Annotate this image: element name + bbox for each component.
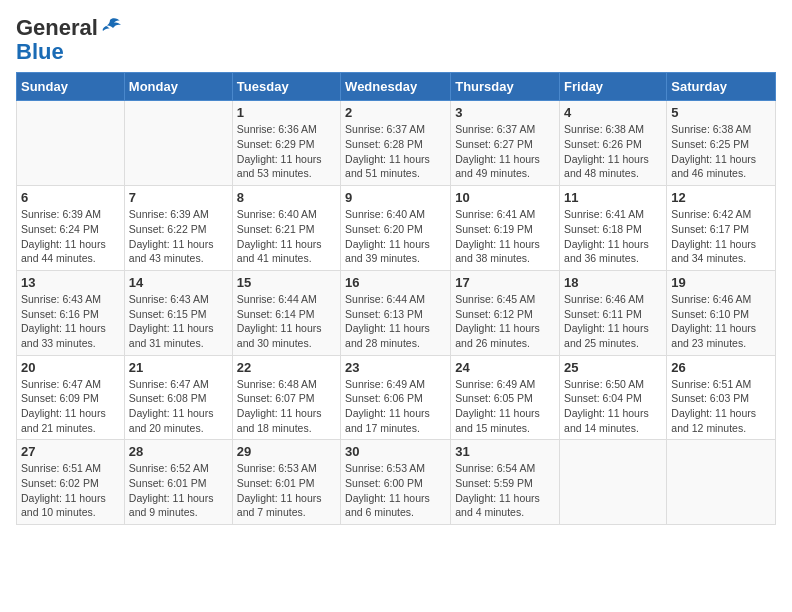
day-detail: Sunrise: 6:39 AMSunset: 6:22 PMDaylight:…	[129, 207, 228, 266]
day-detail: Sunrise: 6:51 AMSunset: 6:02 PMDaylight:…	[21, 461, 120, 520]
day-number: 14	[129, 275, 228, 290]
day-number: 23	[345, 360, 446, 375]
day-detail: Sunrise: 6:39 AMSunset: 6:24 PMDaylight:…	[21, 207, 120, 266]
day-detail: Sunrise: 6:47 AMSunset: 6:09 PMDaylight:…	[21, 377, 120, 436]
day-number: 31	[455, 444, 555, 459]
day-detail: Sunrise: 6:46 AMSunset: 6:11 PMDaylight:…	[564, 292, 662, 351]
weekday-header-saturday: Saturday	[667, 73, 776, 101]
calendar-day-cell: 19Sunrise: 6:46 AMSunset: 6:10 PMDayligh…	[667, 270, 776, 355]
day-detail: Sunrise: 6:47 AMSunset: 6:08 PMDaylight:…	[129, 377, 228, 436]
day-detail: Sunrise: 6:42 AMSunset: 6:17 PMDaylight:…	[671, 207, 771, 266]
calendar-day-cell: 22Sunrise: 6:48 AMSunset: 6:07 PMDayligh…	[232, 355, 340, 440]
day-detail: Sunrise: 6:41 AMSunset: 6:19 PMDaylight:…	[455, 207, 555, 266]
calendar-day-cell: 14Sunrise: 6:43 AMSunset: 6:15 PMDayligh…	[124, 270, 232, 355]
day-number: 16	[345, 275, 446, 290]
page-header: General Blue	[16, 16, 776, 64]
day-number: 13	[21, 275, 120, 290]
day-number: 27	[21, 444, 120, 459]
day-number: 19	[671, 275, 771, 290]
day-detail: Sunrise: 6:43 AMSunset: 6:15 PMDaylight:…	[129, 292, 228, 351]
day-number: 24	[455, 360, 555, 375]
day-number: 29	[237, 444, 336, 459]
day-detail: Sunrise: 6:43 AMSunset: 6:16 PMDaylight:…	[21, 292, 120, 351]
calendar-day-cell: 23Sunrise: 6:49 AMSunset: 6:06 PMDayligh…	[341, 355, 451, 440]
day-detail: Sunrise: 6:38 AMSunset: 6:25 PMDaylight:…	[671, 122, 771, 181]
day-detail: Sunrise: 6:53 AMSunset: 6:00 PMDaylight:…	[345, 461, 446, 520]
day-number: 21	[129, 360, 228, 375]
day-number: 5	[671, 105, 771, 120]
calendar-day-cell: 12Sunrise: 6:42 AMSunset: 6:17 PMDayligh…	[667, 186, 776, 271]
weekday-header-row: SundayMondayTuesdayWednesdayThursdayFrid…	[17, 73, 776, 101]
calendar-week-row: 27Sunrise: 6:51 AMSunset: 6:02 PMDayligh…	[17, 440, 776, 525]
calendar-day-cell	[667, 440, 776, 525]
day-detail: Sunrise: 6:40 AMSunset: 6:20 PMDaylight:…	[345, 207, 446, 266]
day-detail: Sunrise: 6:36 AMSunset: 6:29 PMDaylight:…	[237, 122, 336, 181]
day-detail: Sunrise: 6:37 AMSunset: 6:28 PMDaylight:…	[345, 122, 446, 181]
calendar-day-cell	[17, 101, 125, 186]
day-number: 26	[671, 360, 771, 375]
calendar-day-cell: 28Sunrise: 6:52 AMSunset: 6:01 PMDayligh…	[124, 440, 232, 525]
day-detail: Sunrise: 6:40 AMSunset: 6:21 PMDaylight:…	[237, 207, 336, 266]
weekday-header-wednesday: Wednesday	[341, 73, 451, 101]
calendar-day-cell: 3Sunrise: 6:37 AMSunset: 6:27 PMDaylight…	[451, 101, 560, 186]
weekday-header-tuesday: Tuesday	[232, 73, 340, 101]
calendar-day-cell: 10Sunrise: 6:41 AMSunset: 6:19 PMDayligh…	[451, 186, 560, 271]
calendar-week-row: 6Sunrise: 6:39 AMSunset: 6:24 PMDaylight…	[17, 186, 776, 271]
day-detail: Sunrise: 6:49 AMSunset: 6:05 PMDaylight:…	[455, 377, 555, 436]
calendar-day-cell: 27Sunrise: 6:51 AMSunset: 6:02 PMDayligh…	[17, 440, 125, 525]
day-number: 9	[345, 190, 446, 205]
day-detail: Sunrise: 6:44 AMSunset: 6:14 PMDaylight:…	[237, 292, 336, 351]
calendar-day-cell: 26Sunrise: 6:51 AMSunset: 6:03 PMDayligh…	[667, 355, 776, 440]
day-number: 22	[237, 360, 336, 375]
calendar-day-cell: 8Sunrise: 6:40 AMSunset: 6:21 PMDaylight…	[232, 186, 340, 271]
day-number: 4	[564, 105, 662, 120]
calendar-day-cell: 30Sunrise: 6:53 AMSunset: 6:00 PMDayligh…	[341, 440, 451, 525]
weekday-header-friday: Friday	[560, 73, 667, 101]
day-detail: Sunrise: 6:41 AMSunset: 6:18 PMDaylight:…	[564, 207, 662, 266]
calendar-day-cell	[560, 440, 667, 525]
weekday-header-sunday: Sunday	[17, 73, 125, 101]
calendar-day-cell: 11Sunrise: 6:41 AMSunset: 6:18 PMDayligh…	[560, 186, 667, 271]
weekday-header-monday: Monday	[124, 73, 232, 101]
day-number: 17	[455, 275, 555, 290]
day-number: 2	[345, 105, 446, 120]
day-detail: Sunrise: 6:54 AMSunset: 5:59 PMDaylight:…	[455, 461, 555, 520]
calendar-week-row: 20Sunrise: 6:47 AMSunset: 6:09 PMDayligh…	[17, 355, 776, 440]
calendar-day-cell	[124, 101, 232, 186]
calendar-day-cell: 18Sunrise: 6:46 AMSunset: 6:11 PMDayligh…	[560, 270, 667, 355]
day-number: 18	[564, 275, 662, 290]
calendar-day-cell: 16Sunrise: 6:44 AMSunset: 6:13 PMDayligh…	[341, 270, 451, 355]
day-number: 1	[237, 105, 336, 120]
day-number: 6	[21, 190, 120, 205]
logo-bird-icon	[100, 17, 122, 37]
day-number: 11	[564, 190, 662, 205]
calendar-day-cell: 6Sunrise: 6:39 AMSunset: 6:24 PMDaylight…	[17, 186, 125, 271]
day-number: 30	[345, 444, 446, 459]
calendar-day-cell: 25Sunrise: 6:50 AMSunset: 6:04 PMDayligh…	[560, 355, 667, 440]
day-detail: Sunrise: 6:45 AMSunset: 6:12 PMDaylight:…	[455, 292, 555, 351]
day-number: 20	[21, 360, 120, 375]
day-number: 15	[237, 275, 336, 290]
day-detail: Sunrise: 6:46 AMSunset: 6:10 PMDaylight:…	[671, 292, 771, 351]
calendar-day-cell: 24Sunrise: 6:49 AMSunset: 6:05 PMDayligh…	[451, 355, 560, 440]
calendar-day-cell: 1Sunrise: 6:36 AMSunset: 6:29 PMDaylight…	[232, 101, 340, 186]
calendar-day-cell: 2Sunrise: 6:37 AMSunset: 6:28 PMDaylight…	[341, 101, 451, 186]
calendar-week-row: 13Sunrise: 6:43 AMSunset: 6:16 PMDayligh…	[17, 270, 776, 355]
day-detail: Sunrise: 6:52 AMSunset: 6:01 PMDaylight:…	[129, 461, 228, 520]
weekday-header-thursday: Thursday	[451, 73, 560, 101]
day-detail: Sunrise: 6:37 AMSunset: 6:27 PMDaylight:…	[455, 122, 555, 181]
day-detail: Sunrise: 6:44 AMSunset: 6:13 PMDaylight:…	[345, 292, 446, 351]
day-detail: Sunrise: 6:51 AMSunset: 6:03 PMDaylight:…	[671, 377, 771, 436]
calendar-day-cell: 4Sunrise: 6:38 AMSunset: 6:26 PMDaylight…	[560, 101, 667, 186]
calendar-day-cell: 5Sunrise: 6:38 AMSunset: 6:25 PMDaylight…	[667, 101, 776, 186]
calendar-day-cell: 21Sunrise: 6:47 AMSunset: 6:08 PMDayligh…	[124, 355, 232, 440]
day-number: 8	[237, 190, 336, 205]
day-number: 10	[455, 190, 555, 205]
logo-blue-label: Blue	[16, 40, 64, 64]
logo: General Blue	[16, 16, 122, 64]
day-number: 7	[129, 190, 228, 205]
calendar-day-cell: 9Sunrise: 6:40 AMSunset: 6:20 PMDaylight…	[341, 186, 451, 271]
day-detail: Sunrise: 6:48 AMSunset: 6:07 PMDaylight:…	[237, 377, 336, 436]
calendar-day-cell: 7Sunrise: 6:39 AMSunset: 6:22 PMDaylight…	[124, 186, 232, 271]
calendar-day-cell: 31Sunrise: 6:54 AMSunset: 5:59 PMDayligh…	[451, 440, 560, 525]
